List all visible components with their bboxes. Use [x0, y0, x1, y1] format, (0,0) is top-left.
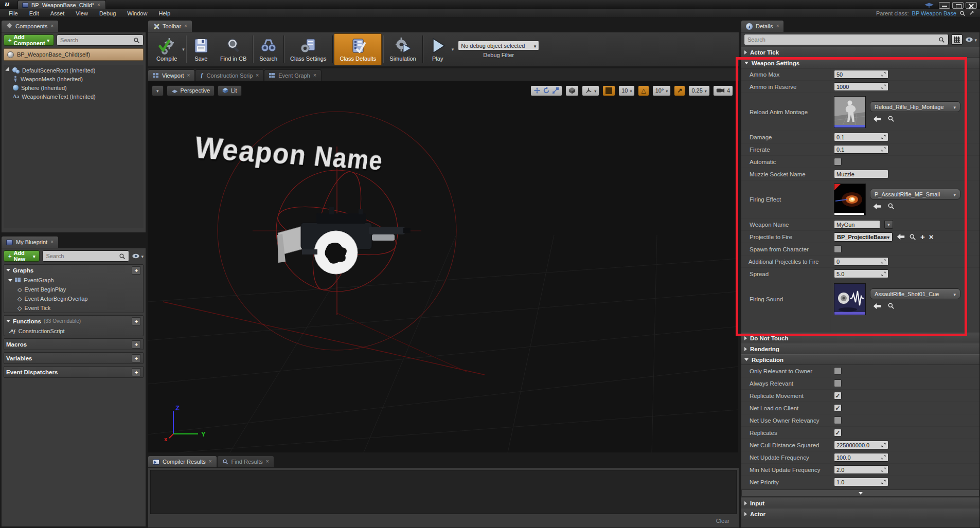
viewport-canvas[interactable]: Weapon Name Perspective Lit	[148, 81, 738, 452]
details-view-options-button[interactable]	[965, 37, 977, 43]
menu-edit[interactable]: Edit	[24, 9, 45, 17]
always-relevant-checkbox[interactable]	[834, 379, 842, 387]
component-row-defaultsceneroot[interactable]: DefaultSceneRoot (Inherited)	[6, 66, 141, 75]
firerate-input[interactable]	[836, 147, 881, 153]
use-selected-asset-icon[interactable]	[873, 303, 881, 309]
component-row-sphere[interactable]: Sphere (Inherited)	[6, 83, 141, 92]
spawn-from-character-checkbox[interactable]	[834, 245, 842, 253]
ammo-max-input[interactable]	[836, 71, 881, 78]
class-defaults-button[interactable]: Class Defaults	[334, 33, 382, 65]
replication-advanced-expander[interactable]	[741, 489, 979, 497]
browse-to-asset-icon[interactable]	[887, 203, 895, 210]
ammo-max-field[interactable]	[834, 70, 888, 79]
close-tab-icon[interactable]	[313, 73, 316, 78]
additional-projectiles-field[interactable]	[834, 257, 888, 266]
replicates-checkbox[interactable]	[834, 429, 842, 436]
close-tab-icon[interactable]	[256, 73, 259, 78]
net-priority-field[interactable]	[834, 478, 888, 486]
firing-sound-select[interactable]: AssaultRifle_Shot01_Cue	[870, 288, 960, 299]
close-tab-icon[interactable]	[97, 3, 100, 8]
spread-input[interactable]	[836, 271, 881, 277]
use-selected-asset-icon[interactable]	[873, 203, 881, 210]
macros-header[interactable]: Macros	[4, 339, 143, 350]
tab-toolbar[interactable]: Toolbar	[148, 20, 192, 32]
spread-field[interactable]	[834, 269, 888, 278]
menu-help[interactable]: Help	[153, 9, 176, 17]
tab-compiler-results[interactable]: Compiler Results	[148, 456, 217, 467]
event-beginplay-item[interactable]: Event BeginPlay	[4, 285, 143, 294]
close-window-button[interactable]	[966, 2, 977, 9]
firing-sound-thumbnail[interactable]	[834, 283, 866, 315]
min-net-update-frequency-field[interactable]	[834, 465, 888, 474]
firerate-field[interactable]	[834, 145, 888, 154]
event-tick-item[interactable]: Event Tick	[4, 303, 143, 313]
browse-to-asset-icon[interactable]	[887, 302, 895, 309]
save-button[interactable]: Save	[187, 33, 215, 65]
net-priority-input[interactable]	[836, 479, 881, 485]
eventgraph-item[interactable]: EventGraph	[4, 276, 143, 285]
add-component-button[interactable]: Add Component	[4, 34, 54, 46]
functions-header[interactable]: Functions (33 Overridable)	[4, 316, 143, 326]
variables-header[interactable]: Variables	[4, 353, 143, 363]
tab-construction-script[interactable]: ƒ Construction Scrip	[195, 69, 264, 81]
section-do-not-touch[interactable]: Do Not Touch	[741, 333, 979, 343]
net-update-frequency-input[interactable]	[836, 454, 881, 461]
add-macro-button[interactable]	[132, 340, 141, 349]
perspective-button[interactable]: Perspective	[167, 85, 215, 96]
search-button[interactable]: Search	[254, 33, 282, 65]
scale-snap-value[interactable]: 0.25	[688, 85, 709, 96]
clear-button[interactable]: Clear	[716, 518, 729, 524]
simulation-button[interactable]: Simulation	[384, 33, 421, 65]
components-search-input[interactable]	[60, 37, 133, 43]
muzzle-socket-name-input[interactable]	[836, 171, 886, 177]
damage-field[interactable]	[834, 133, 888, 141]
menu-window[interactable]: Window	[121, 9, 153, 17]
net-use-owner-relevancy-checkbox[interactable]	[834, 416, 842, 424]
class-settings-button[interactable]: Class Settings	[285, 33, 331, 65]
automatic-checkbox[interactable]	[834, 158, 842, 166]
weapon-name-input[interactable]	[836, 222, 878, 228]
section-actor-tick[interactable]: Actor Tick	[741, 47, 979, 58]
close-tab-icon[interactable]	[776, 24, 779, 29]
tutorial-cap-icon[interactable]	[924, 3, 934, 9]
add-function-button[interactable]	[132, 317, 141, 325]
transform-tools-group[interactable]	[530, 85, 562, 96]
tab-my-blueprint[interactable]: My Blueprint	[1, 236, 59, 248]
browse-to-asset-icon[interactable]	[909, 233, 916, 241]
clear-asset-icon[interactable]	[929, 232, 934, 241]
rotation-snap-value[interactable]: 10°	[652, 85, 671, 96]
additional-projectiles-input[interactable]	[836, 259, 881, 265]
event-actorbeginoverlap-item[interactable]: Event ActorBeginOverlap	[4, 294, 143, 303]
details-search[interactable]	[744, 34, 949, 45]
add-graph-button[interactable]	[132, 266, 141, 275]
muzzle-socket-name-field[interactable]	[834, 170, 888, 178]
section-actor[interactable]: Actor	[741, 508, 979, 519]
details-search-input[interactable]	[747, 37, 938, 43]
constructionscript-item[interactable]: ↗ƒ ConstructionScript	[4, 326, 143, 336]
camera-speed-button[interactable]: 4	[713, 85, 733, 96]
find-parent-class-icon[interactable]	[959, 10, 966, 16]
compiler-output-area[interactable]	[150, 470, 737, 514]
component-self-row[interactable]: BP_WeaponBase_Child(self)	[4, 48, 144, 61]
menu-file[interactable]: File	[3, 9, 24, 17]
expander-icon[interactable]	[8, 279, 12, 282]
use-selected-asset-icon[interactable]	[873, 116, 881, 122]
document-tab-bp-weaponbase-child[interactable]: BP_WeaponBase_Child*	[17, 0, 106, 9]
graphs-header[interactable]: Graphs	[4, 265, 143, 276]
expander-icon[interactable]	[6, 68, 10, 72]
close-tab-icon[interactable]	[50, 24, 54, 29]
tab-find-results[interactable]: Find Results	[217, 456, 274, 467]
surface-snapping-button[interactable]	[582, 85, 599, 96]
only-relevant-to-owner-checkbox[interactable]	[834, 367, 842, 375]
play-button[interactable]: Play	[424, 33, 452, 65]
add-new-button[interactable]: Add New	[4, 250, 40, 262]
close-tab-icon[interactable]	[187, 73, 190, 78]
lit-mode-button[interactable]: Lit	[218, 85, 242, 96]
components-search[interactable]	[57, 34, 144, 46]
projectile-class-select[interactable]: BP_ProjectileBase	[834, 232, 893, 242]
compile-options-chevron-icon[interactable]	[182, 47, 185, 52]
tab-event-graph[interactable]: Event Graph	[264, 69, 322, 81]
edit-parent-class-icon[interactable]	[969, 10, 975, 16]
close-tab-icon[interactable]	[209, 459, 212, 464]
reload-montage-select[interactable]: Reload_Rifle_Hip_Montage	[870, 101, 960, 112]
